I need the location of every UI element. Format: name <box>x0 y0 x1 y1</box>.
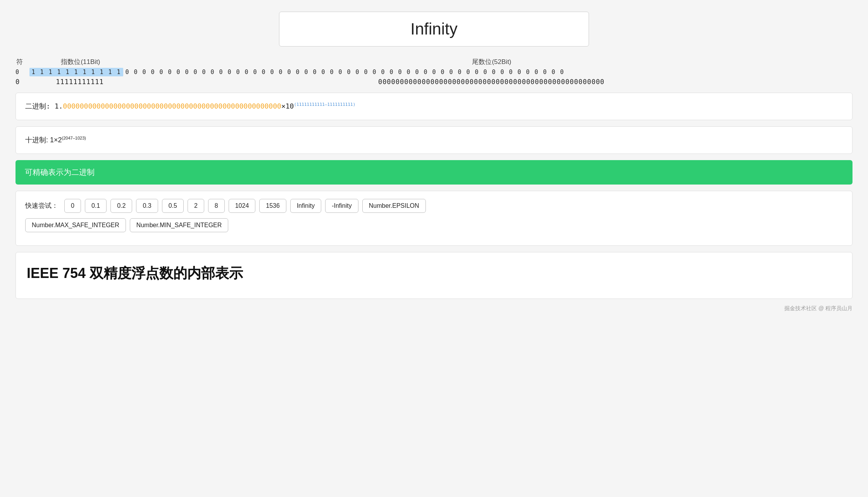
mantissa-bit: 0 <box>208 69 217 76</box>
mantissa-bit: 0 <box>481 69 490 76</box>
mantissa-bit: 0 <box>490 69 498 76</box>
mantissa-bit: 0 <box>430 69 439 76</box>
exp-bit: 1 <box>115 69 123 76</box>
mantissa-bit: 0 <box>123 69 132 76</box>
mantissa-bit: 0 <box>285 69 294 76</box>
mantissa-bit: 0 <box>439 69 447 76</box>
mantissa-bit: 0 <box>336 69 345 76</box>
exp-bit: 1 <box>106 69 115 76</box>
mantissa-bit: 0 <box>353 69 362 76</box>
value-sign: 0 <box>16 78 29 86</box>
mantissa-bit: 0 <box>370 69 379 76</box>
bottom-title: IEEE 754 双精度浮点数的内部表示 <box>27 264 841 283</box>
decimal-prefix: 十进制: 1×2 <box>25 136 62 144</box>
quick-btn-1024[interactable]: 1024 <box>229 199 256 213</box>
exp-bit: 1 <box>55 69 64 76</box>
quick-btn-0.2[interactable]: 0.2 <box>110 199 132 213</box>
quick-try-row-2: Number.MAX_SAFE_INTEGER Number.MIN_SAFE_… <box>25 218 843 232</box>
bit-labels-row: 符 指数位(11Bit) 尾数位(52Bit) <box>16 57 852 66</box>
mantissa-bit: 0 <box>268 69 277 76</box>
mantissa-bit: 0 <box>260 69 268 76</box>
mantissa-bit: 0 <box>456 69 464 76</box>
mantissa-bit: 0 <box>464 69 473 76</box>
mantissa-bit: 0 <box>558 69 567 76</box>
quick-try-label: 快速尝试： <box>25 201 58 210</box>
binary-formula-card: 二进制: 1.000000000000000000000000000000000… <box>16 93 852 120</box>
quick-btn-2[interactable]: 2 <box>188 199 204 213</box>
exp-bit: 1 <box>98 69 106 76</box>
value-mantissa: 0000000000000000000000000000000000000000… <box>130 78 852 86</box>
quick-btn-1536[interactable]: 1536 <box>259 199 286 213</box>
binary-orange: 0000000000000000000000000000000000000000… <box>63 102 281 110</box>
mantissa-bit: 0 <box>524 69 532 76</box>
mantissa-bit: 0 <box>507 69 515 76</box>
quick-btn-min-safe[interactable]: Number.MIN_SAFE_INTEGER <box>130 218 229 232</box>
exp-bit: 1 <box>29 69 38 76</box>
mantissa-bit: 0 <box>311 69 319 76</box>
mantissa-bit: 0 <box>200 69 208 76</box>
mantissa-bit: 0 <box>422 69 430 76</box>
mantissa-bit: 0 <box>251 69 260 76</box>
mantissa-bit: 0 <box>549 69 558 76</box>
bit-sign: 0 <box>16 69 29 76</box>
mantissa-bit: 0 <box>149 69 157 76</box>
quick-btn-neg-infinity[interactable]: -Infinity <box>325 199 358 213</box>
exp-bit: 1 <box>72 69 81 76</box>
quick-btn-max-safe[interactable]: Number.MAX_SAFE_INTEGER <box>25 218 126 232</box>
label-fu: 符 <box>16 57 30 66</box>
label-mantissa: 尾数位(52Bit) <box>131 57 852 66</box>
quick-try-card: 快速尝试： 0 0.1 0.2 0.3 0.5 2 8 1024 1536 In… <box>16 191 852 246</box>
mantissa-bit: 0 <box>498 69 507 76</box>
decimal-formula-card: 十进制: 1×2(2047–1023) <box>16 126 852 154</box>
mantissa-bit: 0 <box>447 69 456 76</box>
quick-btn-0.3[interactable]: 0.3 <box>136 199 158 213</box>
quick-try-row-1: 快速尝试： 0 0.1 0.2 0.3 0.5 2 8 1024 1536 In… <box>25 199 843 213</box>
mantissa-bit: 0 <box>217 69 226 76</box>
mantissa-bit: 0 <box>243 69 251 76</box>
quick-btn-0[interactable]: 0 <box>64 199 81 213</box>
exp-bit: 1 <box>81 69 89 76</box>
bit-display-row: 0 11111111111 00000000000000000000000000… <box>16 68 852 76</box>
quick-btn-0.5[interactable]: 0.5 <box>162 199 184 213</box>
mantissa-bit: 0 <box>362 69 370 76</box>
mantissa-bit: 0 <box>166 69 174 76</box>
quick-btn-infinity[interactable]: Infinity <box>290 199 321 213</box>
exp-bit: 1 <box>38 69 46 76</box>
label-exp: 指数位(11Bit) <box>30 57 131 66</box>
mantissa-bit: 0 <box>294 69 302 76</box>
mantissa-bit: 0 <box>174 69 183 76</box>
mantissa-bit: 0 <box>379 69 388 76</box>
mantissa-bit: 0 <box>226 69 234 76</box>
mantissa-bit: 0 <box>345 69 353 76</box>
mantissa-bit: 0 <box>532 69 541 76</box>
mantissa-bit: 0 <box>319 69 328 76</box>
mantissa-bit: 0 <box>277 69 285 76</box>
mantissa-bit: 0 <box>515 69 524 76</box>
mantissa-bit: 0 <box>413 69 422 76</box>
quick-btn-8[interactable]: 8 <box>208 199 225 213</box>
mantissa-bit: 0 <box>132 69 140 76</box>
mantissa-bit: 0 <box>302 69 311 76</box>
mantissa-bit: 0 <box>405 69 413 76</box>
binary-prefix: 二进制: 1. <box>25 102 63 110</box>
mantissa-bit: 0 <box>473 69 481 76</box>
bit-exp-group: 11111111111 <box>29 68 123 76</box>
exp-bit: 1 <box>46 69 55 76</box>
footer-credit: 掘金技术社区 @ 程序员山月 <box>16 305 852 312</box>
title-display: Infinity <box>279 12 589 47</box>
bottom-section: IEEE 754 双精度浮点数的内部表示 <box>16 252 852 299</box>
mantissa-bit: 0 <box>541 69 549 76</box>
quick-btn-epsilon[interactable]: Number.EPSILON <box>362 199 426 213</box>
exp-bit: 1 <box>64 69 72 76</box>
binary-sup: (11111111111–1111111111) <box>294 102 355 107</box>
mantissa-bit: 0 <box>183 69 191 76</box>
mantissa-bit: 0 <box>234 69 243 76</box>
mantissa-bit: 0 <box>328 69 336 76</box>
quick-btn-0.1[interactable]: 0.1 <box>85 199 107 213</box>
decimal-sup: (2047–1023) <box>62 136 86 140</box>
green-banner: 可精确表示为二进制 <box>16 160 852 185</box>
mantissa-bit: 0 <box>396 69 405 76</box>
value-exp: 11111111111 <box>29 78 130 86</box>
binary-mid: ×10 <box>281 102 294 110</box>
mantissa-bit: 0 <box>157 69 166 76</box>
